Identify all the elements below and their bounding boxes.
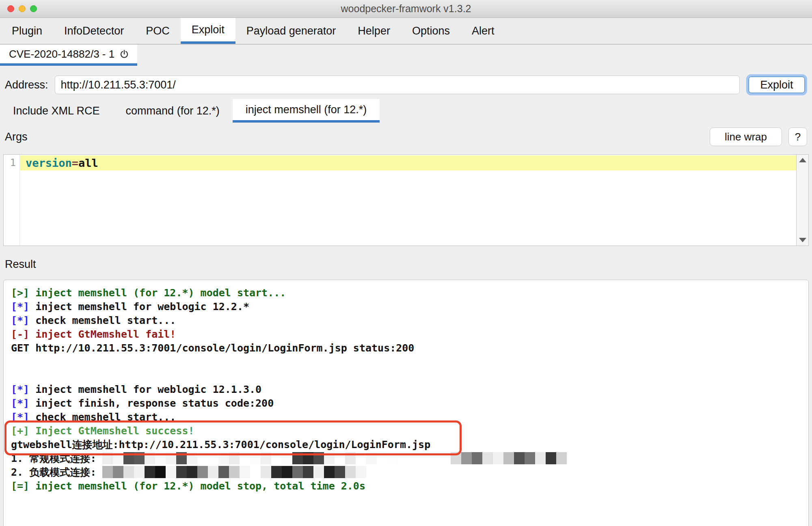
zoom-button-icon[interactable]: [30, 5, 37, 12]
console-line: [11, 369, 808, 383]
console-line: [-] inject GtMemshell fail!: [11, 328, 808, 341]
console-line: [+] Inject GtMemshell success!: [11, 424, 808, 438]
payload-tab-command-for-12-[interactable]: command (for 12.*): [113, 99, 233, 123]
console-segment: [*]: [11, 411, 29, 423]
args-editor[interactable]: 1 version=all: [3, 154, 809, 246]
console-line: 2. 负载模式连接:: [11, 466, 808, 479]
scroll-down-icon[interactable]: [799, 238, 806, 242]
result-panel[interactable]: [>] inject memshell (for 12.*) model sta…: [3, 280, 809, 526]
console-segment: inject finish, response status code:200: [29, 397, 274, 409]
console-segment: [+] Inject GtMemshell success!: [11, 425, 194, 437]
console-output: [>] inject memshell (for 12.*) model sta…: [11, 286, 808, 493]
session-tab-row: CVE-2020-14882/3 - 1: [0, 45, 812, 66]
console-line: 1. 常规模式连接:: [11, 452, 808, 466]
console-segment: gtwebshell连接地址:http://10.211.55.3:7001/c…: [11, 439, 430, 451]
code-token: version: [26, 157, 72, 169]
code-token: all: [78, 157, 98, 169]
menu-item-alert[interactable]: Alert: [461, 18, 505, 44]
args-row: Args line wrap ?: [0, 123, 812, 149]
console-segment: [*]: [11, 301, 29, 313]
payload-tabs: Include XML RCEcommand (for 12.*)inject …: [0, 99, 812, 123]
menu-item-infodetector[interactable]: InfoDetector: [53, 18, 135, 44]
menu-item-payload-generator[interactable]: Payload generator: [235, 18, 347, 44]
code-line[interactable]: version=all: [20, 155, 796, 170]
console-line: [*] check memshell start...: [11, 410, 808, 424]
args-label: Args: [5, 131, 28, 143]
payload-tab-include-xml-rce[interactable]: Include XML RCE: [0, 99, 113, 123]
console-segment: [*]: [11, 315, 29, 326]
console-line: [=] inject memshell (for 12.*) model sto…: [11, 479, 808, 493]
editor-code-area[interactable]: version=all: [20, 155, 796, 246]
console-line: [*] check memshell start...: [11, 314, 808, 328]
address-label: Address:: [5, 79, 48, 91]
console-line: gtwebshell连接地址:http://10.211.55.3:7001/c…: [11, 438, 808, 452]
line-number: 1: [4, 155, 19, 170]
result-label: Result: [0, 246, 812, 280]
console-line: [*] inject memshell for weblogic 12.1.3.…: [11, 383, 808, 397]
console-line: [*] inject memshell for weblogic 12.2.*: [11, 300, 808, 314]
minimize-button-icon[interactable]: [19, 5, 26, 12]
help-button[interactable]: ?: [788, 127, 807, 146]
line-wrap-button[interactable]: line wrap: [710, 127, 782, 146]
console-segment: check memshell start...: [29, 315, 176, 326]
close-button-icon[interactable]: [7, 5, 14, 12]
console-segment: [*]: [11, 397, 29, 409]
traffic-lights: [7, 0, 37, 17]
editor-scrollbar[interactable]: [796, 155, 808, 246]
titlebar: woodpecker-framwork v1.3.2: [0, 0, 812, 18]
menu-bar: PluginInfoDetectorPOCExploitPayload gene…: [0, 18, 812, 45]
scroll-up-icon[interactable]: [799, 158, 806, 162]
console-line: [*] inject finish, response status code:…: [11, 397, 808, 410]
window-title: woodpecker-framwork v1.3.2: [341, 3, 471, 15]
console-segment: [*]: [11, 384, 29, 395]
address-input[interactable]: [55, 75, 740, 94]
console-segment: 2. 负载模式连接:: [11, 466, 102, 478]
console-segment: GET http://10.211.55.3:7001/console/logi…: [11, 342, 414, 354]
console-segment: inject memshell for weblogic 12.2.*: [29, 301, 249, 313]
power-icon[interactable]: [119, 49, 129, 59]
address-row: Address: Exploit: [0, 66, 812, 99]
console-segment: [=] inject memshell (for 12.*) model sto…: [11, 480, 365, 492]
console-segment: 1. 常规模式连接:: [11, 453, 102, 464]
redacted-mosaic: [102, 466, 366, 478]
console-segment: inject memshell for weblogic 12.1.3.0: [29, 384, 261, 395]
console-line: [>] inject memshell (for 12.*) model sta…: [11, 286, 808, 300]
editor-gutter: 1: [4, 155, 20, 246]
console-segment: [>] inject memshell (for 12.*) model sta…: [11, 287, 286, 299]
session-tab-cve-2020-14882[interactable]: CVE-2020-14882/3 - 1: [0, 45, 137, 66]
console-line: [11, 355, 808, 369]
menu-item-poc[interactable]: POC: [135, 18, 181, 44]
session-tab-label: CVE-2020-14882/3 - 1: [9, 48, 114, 60]
console-segment: check memshell start...: [29, 411, 176, 423]
exploit-button[interactable]: Exploit: [746, 74, 807, 95]
console-segment: [-] inject GtMemshell fail!: [11, 328, 176, 340]
payload-tab-inject-memshell-for-12-[interactable]: inject memshell (for 12.*): [233, 99, 380, 123]
redacted-mosaic: [102, 452, 567, 464]
code-token: =: [72, 157, 78, 169]
menu-item-helper[interactable]: Helper: [347, 18, 401, 44]
menu-item-plugin[interactable]: Plugin: [1, 18, 53, 44]
menu-item-options[interactable]: Options: [401, 18, 461, 44]
console-line: GET http://10.211.55.3:7001/console/logi…: [11, 341, 808, 355]
menu-item-exploit[interactable]: Exploit: [181, 18, 235, 44]
